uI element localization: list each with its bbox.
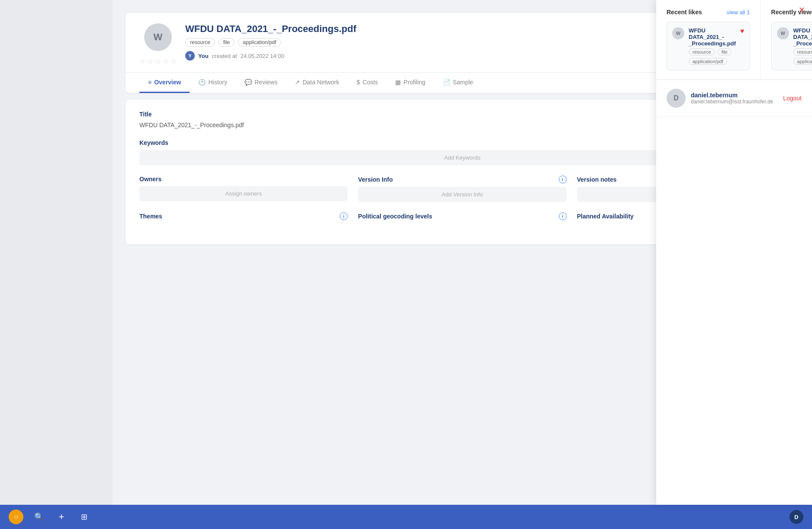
profiling-icon: ▦ [395,79,401,86]
version-info-field: Version Info i Add Version Info [358,176,566,202]
toolbar-grid-button[interactable]: ⊞ [77,510,91,524]
tab-reviews[interactable]: 💬 Reviews [236,73,286,93]
tag-application: application/pdf [238,38,281,47]
resource-avatar: W [144,23,172,51]
recent-likes-info: WFDU DATA_2021_-_Proceedings.pdf resourc… [689,27,736,65]
close-panel-button[interactable]: ✕ [799,5,805,15]
recent-likes-tag-app: application/pdf [689,58,727,65]
political-field: Political geocoding levels i [358,212,566,224]
meta-you: You [198,53,209,59]
tab-history-label: History [208,79,227,86]
political-label-row: Political geocoding levels i [358,212,566,220]
star-1: ☆ [139,57,145,65]
version-info-label: Version Info [358,176,393,183]
title-label: Title [139,111,152,118]
recently-viewed-tag-resource: resource [793,48,812,55]
recent-likes-tags: resource file application/pdf [689,48,736,65]
toolbar-home-button[interactable]: ○ [9,510,23,524]
bottom-toolbar: ○ 🔍 + ⊞ D [0,505,812,529]
toolbar-add-button[interactable]: + [55,510,68,524]
recent-likes-title: Recent likes [667,9,702,16]
resource-tags: resource file application/pdf [185,38,680,47]
user-email: daniel.tebernum@isst.fraunhofer.de [691,99,778,105]
version-info-icon[interactable]: i [559,176,567,183]
tab-costs[interactable]: $ Costs [348,73,387,93]
recent-likes-header: Recent likes view all 1 [667,9,750,16]
tab-profiling[interactable]: ▦ Profiling [387,73,434,93]
tab-sample-label: Sample [453,79,473,86]
political-info-icon[interactable]: i [559,212,567,220]
toolbar-user-button[interactable]: D [789,510,803,524]
recently-viewed-item-title: WFDU DATA_2021_-_Proceedings.pdf [793,27,812,47]
planned-label: Planned Availability [577,213,634,220]
resource-title: WFDU DATA_2021_-_Proceedings.pdf [185,23,680,35]
sidebar [0,0,113,529]
star-5: ☆ [171,57,177,65]
user-name: daniel.tebernum [691,92,778,99]
meta-avatar: Y [185,51,195,61]
tab-overview[interactable]: ≡ Overview [139,73,190,93]
tab-data-network[interactable]: ↗ Data Network [286,73,348,93]
reviews-icon: 💬 [245,79,252,86]
tag-file: file [219,38,235,47]
panel-overlay: ✕ Recent likes view all 1 W WFDU DATA_20… [656,0,812,505]
toolbar-search-button[interactable]: 🔍 [32,510,46,524]
star-4: ☆ [163,57,169,65]
sample-icon: 📄 [443,79,450,86]
resource-meta: Y You created at 24.05.2022 14:00 [185,51,680,61]
tab-overview-label: Overview [154,79,181,86]
recent-panels: Recent likes view all 1 W WFDU DATA_2021… [656,0,812,80]
recent-likes-item[interactable]: W WFDU DATA_2021_-_Proceedings.pdf resou… [667,22,750,71]
meta-date: 24.05.2022 14:00 [240,53,284,59]
keywords-label: Keywords [139,139,168,146]
tab-sample[interactable]: 📄 Sample [434,73,482,93]
tab-reviews-label: Reviews [255,79,277,86]
tag-resource: resource [185,38,215,47]
recently-viewed-tag-app: application/pdf [793,58,812,65]
recently-viewed-title: Recently viewed [771,9,812,16]
recently-viewed-avatar: W [777,27,789,39]
recently-viewed-tags: resource file application/pdf [793,48,812,65]
recently-viewed-item[interactable]: W WFDU DATA_2021_-_Proceedings.pdf resou… [771,22,812,71]
recent-likes-panel: Recent likes view all 1 W WFDU DATA_2021… [656,0,761,79]
tab-profiling-label: Profiling [403,79,425,86]
recent-likes-tag-resource: resource [689,48,715,55]
user-panel: D daniel.tebernum daniel.tebernum@isst.f… [656,80,812,116]
owners-label-row: Owners [139,176,348,183]
star-3: ☆ [155,57,161,65]
themes-info-icon[interactable]: i [340,212,348,220]
resource-info: WFDU DATA_2021_-_Proceedings.pdf resourc… [185,23,680,61]
recently-viewed-info: WFDU DATA_2021_-_Proceedings.pdf resourc… [793,27,812,65]
costs-icon: $ [357,79,360,86]
tab-history[interactable]: 🕐 History [190,73,236,93]
political-label: Political geocoding levels [358,213,432,220]
user-info: daniel.tebernum daniel.tebernum@isst.fra… [691,92,778,105]
recent-likes-item-title: WFDU DATA_2021_-_Proceedings.pdf [689,27,736,47]
meta-action: created at [212,53,237,59]
user-section: D daniel.tebernum daniel.tebernum@isst.f… [656,80,812,117]
assign-owners-button[interactable]: Assign owners [139,186,348,201]
add-version-info-button[interactable]: Add Version Info [358,187,566,202]
themes-label-row: Themes i [139,212,348,220]
recently-viewed-header: Recently viewed view all [771,9,812,16]
recent-likes-heart-icon: ♥ [740,27,744,35]
user-avatar: D [667,89,686,108]
tab-data-network-label: Data Network [303,79,339,86]
version-info-label-row: Version Info i [358,176,566,183]
star-rating: ☆ ☆ ☆ ☆ ☆ [139,57,177,65]
tab-costs-label: Costs [363,79,378,86]
overview-icon: ≡ [148,79,151,86]
owners-label: Owners [139,176,161,183]
star-2: ☆ [147,57,153,65]
data-network-icon: ↗ [295,79,300,86]
view-all-1-link[interactable]: view all 1 [727,9,750,16]
themes-field: Themes i [139,212,348,224]
recent-likes-tag-file: file [718,48,731,55]
recent-likes-avatar: W [672,27,684,39]
history-icon: 🕐 [198,79,206,86]
logout-button[interactable]: Logout [783,95,802,102]
owners-field: Owners Assign owners [139,176,348,202]
version-notes-label: Version notes [577,176,617,183]
themes-label: Themes [139,213,162,220]
